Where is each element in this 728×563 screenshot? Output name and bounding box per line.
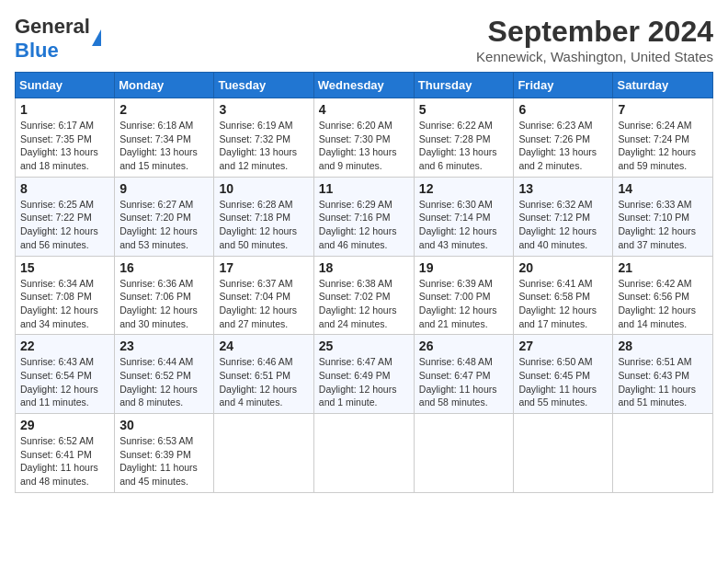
- calendar-header-sunday: Sunday: [16, 73, 115, 98]
- cell-sun-info: Sunrise: 6:37 AMSunset: 7:04 PMDaylight:…: [219, 277, 308, 331]
- calendar-cell: [613, 414, 713, 493]
- day-number: 28: [618, 339, 708, 353]
- calendar-week-row: 22Sunrise: 6:43 AMSunset: 6:54 PMDayligh…: [16, 335, 713, 414]
- cell-sun-info: Sunrise: 6:22 AMSunset: 7:28 PMDaylight:…: [419, 119, 509, 173]
- location-text: Kennewick, Washington, United States: [476, 49, 713, 64]
- cell-sun-info: Sunrise: 6:42 AMSunset: 6:56 PMDaylight:…: [618, 277, 708, 331]
- calendar-cell: 6Sunrise: 6:23 AMSunset: 7:26 PMDaylight…: [514, 98, 613, 178]
- calendar-cell: 13Sunrise: 6:32 AMSunset: 7:12 PMDayligh…: [514, 177, 613, 256]
- calendar-cell: 25Sunrise: 6:47 AMSunset: 6:49 PMDayligh…: [313, 335, 414, 414]
- calendar-header-thursday: Thursday: [414, 73, 514, 98]
- day-number: 1: [20, 102, 109, 117]
- cell-sun-info: Sunrise: 6:44 AMSunset: 6:52 PMDaylight:…: [119, 355, 209, 409]
- calendar-week-row: 8Sunrise: 6:25 AMSunset: 7:22 PMDaylight…: [16, 177, 713, 256]
- cell-sun-info: Sunrise: 6:18 AMSunset: 7:34 PMDaylight:…: [119, 119, 209, 173]
- calendar-cell: 10Sunrise: 6:28 AMSunset: 7:18 PMDayligh…: [214, 177, 313, 256]
- cell-sun-info: Sunrise: 6:27 AMSunset: 7:20 PMDaylight:…: [119, 198, 209, 252]
- calendar-cell: 7Sunrise: 6:24 AMSunset: 7:24 PMDaylight…: [613, 98, 713, 178]
- calendar-cell: 3Sunrise: 6:19 AMSunset: 7:32 PMDaylight…: [214, 98, 313, 178]
- title-area: September 2024 Kennewick, Washington, Un…: [476, 15, 713, 64]
- day-number: 10: [219, 181, 308, 196]
- calendar-cell: 1Sunrise: 6:17 AMSunset: 7:35 PMDaylight…: [16, 98, 115, 178]
- calendar-table: SundayMondayTuesdayWednesdayThursdayFrid…: [15, 72, 713, 493]
- cell-sun-info: Sunrise: 6:51 AMSunset: 6:43 PMDaylight:…: [618, 355, 708, 409]
- cell-sun-info: Sunrise: 6:29 AMSunset: 7:16 PMDaylight:…: [319, 198, 409, 252]
- day-number: 2: [119, 102, 209, 117]
- day-number: 7: [618, 102, 708, 117]
- calendar-cell: 4Sunrise: 6:20 AMSunset: 7:30 PMDaylight…: [313, 98, 414, 178]
- logo-text: General Blue: [15, 15, 90, 63]
- day-number: 5: [419, 102, 509, 117]
- cell-sun-info: Sunrise: 6:19 AMSunset: 7:32 PMDaylight:…: [219, 119, 308, 173]
- day-number: 25: [319, 339, 409, 353]
- month-title: September 2024: [476, 15, 713, 49]
- calendar-cell: 19Sunrise: 6:39 AMSunset: 7:00 PMDayligh…: [414, 256, 514, 335]
- calendar-week-row: 1Sunrise: 6:17 AMSunset: 7:35 PMDaylight…: [16, 98, 713, 178]
- calendar-cell: 17Sunrise: 6:37 AMSunset: 7:04 PMDayligh…: [214, 256, 313, 335]
- cell-sun-info: Sunrise: 6:43 AMSunset: 6:54 PMDaylight:…: [20, 355, 109, 409]
- calendar-cell: 14Sunrise: 6:33 AMSunset: 7:10 PMDayligh…: [613, 177, 713, 256]
- calendar-header-row: SundayMondayTuesdayWednesdayThursdayFrid…: [16, 73, 713, 98]
- cell-sun-info: Sunrise: 6:39 AMSunset: 7:00 PMDaylight:…: [419, 277, 509, 331]
- calendar-cell: 15Sunrise: 6:34 AMSunset: 7:08 PMDayligh…: [16, 256, 115, 335]
- cell-sun-info: Sunrise: 6:52 AMSunset: 6:41 PMDaylight:…: [20, 434, 109, 488]
- cell-sun-info: Sunrise: 6:25 AMSunset: 7:22 PMDaylight:…: [20, 198, 109, 252]
- cell-sun-info: Sunrise: 6:50 AMSunset: 6:45 PMDaylight:…: [518, 355, 608, 409]
- calendar-cell: [214, 414, 313, 493]
- calendar-header-wednesday: Wednesday: [313, 73, 414, 98]
- day-number: 22: [20, 339, 109, 353]
- cell-sun-info: Sunrise: 6:17 AMSunset: 7:35 PMDaylight:…: [20, 119, 109, 173]
- cell-sun-info: Sunrise: 6:53 AMSunset: 6:39 PMDaylight:…: [119, 434, 209, 488]
- cell-sun-info: Sunrise: 6:47 AMSunset: 6:49 PMDaylight:…: [319, 355, 409, 409]
- calendar-cell: 2Sunrise: 6:18 AMSunset: 7:34 PMDaylight…: [115, 98, 214, 178]
- cell-sun-info: Sunrise: 6:48 AMSunset: 6:47 PMDaylight:…: [419, 355, 509, 409]
- cell-sun-info: Sunrise: 6:20 AMSunset: 7:30 PMDaylight:…: [319, 119, 409, 173]
- calendar-cell: 16Sunrise: 6:36 AMSunset: 7:06 PMDayligh…: [115, 256, 214, 335]
- calendar-week-row: 15Sunrise: 6:34 AMSunset: 7:08 PMDayligh…: [16, 256, 713, 335]
- logo: General Blue: [15, 15, 101, 63]
- calendar-cell: 24Sunrise: 6:46 AMSunset: 6:51 PMDayligh…: [214, 335, 313, 414]
- calendar-cell: 26Sunrise: 6:48 AMSunset: 6:47 PMDayligh…: [414, 335, 514, 414]
- calendar-cell: 8Sunrise: 6:25 AMSunset: 7:22 PMDaylight…: [16, 177, 115, 256]
- day-number: 11: [319, 181, 409, 196]
- calendar-cell: 21Sunrise: 6:42 AMSunset: 6:56 PMDayligh…: [613, 256, 713, 335]
- day-number: 23: [119, 339, 209, 353]
- cell-sun-info: Sunrise: 6:24 AMSunset: 7:24 PMDaylight:…: [618, 119, 708, 173]
- calendar-cell: 20Sunrise: 6:41 AMSunset: 6:58 PMDayligh…: [514, 256, 613, 335]
- day-number: 15: [20, 260, 109, 275]
- cell-sun-info: Sunrise: 6:41 AMSunset: 6:58 PMDaylight:…: [518, 277, 608, 331]
- calendar-cell: 30Sunrise: 6:53 AMSunset: 6:39 PMDayligh…: [115, 414, 214, 493]
- cell-sun-info: Sunrise: 6:38 AMSunset: 7:02 PMDaylight:…: [319, 277, 409, 331]
- cell-sun-info: Sunrise: 6:36 AMSunset: 7:06 PMDaylight:…: [119, 277, 209, 331]
- calendar-cell: 11Sunrise: 6:29 AMSunset: 7:16 PMDayligh…: [313, 177, 414, 256]
- cell-sun-info: Sunrise: 6:28 AMSunset: 7:18 PMDaylight:…: [219, 198, 308, 252]
- calendar-cell: 5Sunrise: 6:22 AMSunset: 7:28 PMDaylight…: [414, 98, 514, 178]
- day-number: 4: [319, 102, 409, 117]
- day-number: 17: [219, 260, 308, 275]
- cell-sun-info: Sunrise: 6:33 AMSunset: 7:10 PMDaylight:…: [618, 198, 708, 252]
- cell-sun-info: Sunrise: 6:32 AMSunset: 7:12 PMDaylight:…: [518, 198, 608, 252]
- calendar-cell: 28Sunrise: 6:51 AMSunset: 6:43 PMDayligh…: [613, 335, 713, 414]
- cell-sun-info: Sunrise: 6:46 AMSunset: 6:51 PMDaylight:…: [219, 355, 308, 409]
- day-number: 26: [419, 339, 509, 353]
- day-number: 13: [518, 181, 608, 196]
- calendar-cell: 9Sunrise: 6:27 AMSunset: 7:20 PMDaylight…: [115, 177, 214, 256]
- calendar-header-monday: Monday: [115, 73, 214, 98]
- calendar-cell: 12Sunrise: 6:30 AMSunset: 7:14 PMDayligh…: [414, 177, 514, 256]
- calendar-cell: 23Sunrise: 6:44 AMSunset: 6:52 PMDayligh…: [115, 335, 214, 414]
- cell-sun-info: Sunrise: 6:23 AMSunset: 7:26 PMDaylight:…: [518, 119, 608, 173]
- calendar-cell: 22Sunrise: 6:43 AMSunset: 6:54 PMDayligh…: [16, 335, 115, 414]
- day-number: 27: [518, 339, 608, 353]
- calendar-header-friday: Friday: [514, 73, 613, 98]
- day-number: 8: [20, 181, 109, 196]
- day-number: 16: [119, 260, 209, 275]
- day-number: 14: [618, 181, 708, 196]
- calendar-week-row: 29Sunrise: 6:52 AMSunset: 6:41 PMDayligh…: [16, 414, 713, 493]
- day-number: 21: [618, 260, 708, 275]
- calendar-header-saturday: Saturday: [613, 73, 713, 98]
- cell-sun-info: Sunrise: 6:30 AMSunset: 7:14 PMDaylight:…: [419, 198, 509, 252]
- logo-triangle-icon: [92, 29, 101, 46]
- day-number: 19: [419, 260, 509, 275]
- page-header: General Blue September 2024 Kennewick, W…: [15, 15, 713, 64]
- calendar-cell: 18Sunrise: 6:38 AMSunset: 7:02 PMDayligh…: [313, 256, 414, 335]
